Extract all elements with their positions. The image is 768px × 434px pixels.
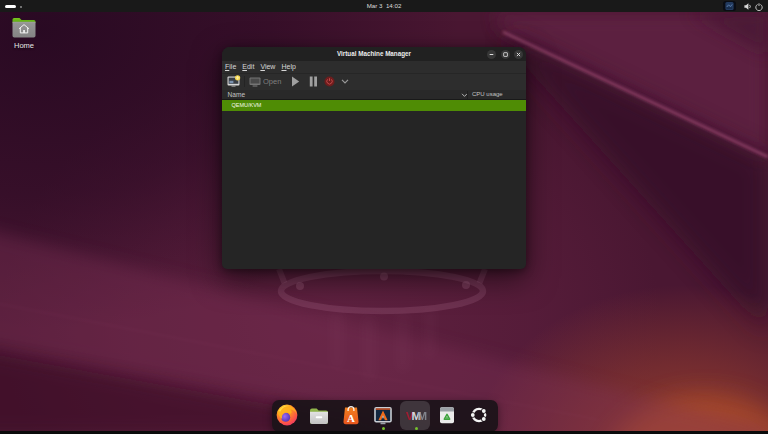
svg-text:A: A: [347, 412, 355, 424]
svg-text:M: M: [417, 410, 427, 422]
